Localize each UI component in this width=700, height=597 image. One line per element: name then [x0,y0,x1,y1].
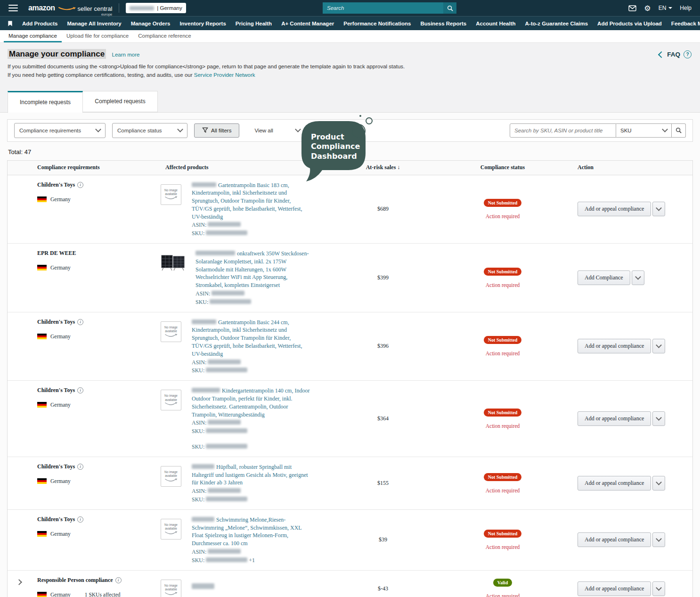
compliance-status-badge: Not Submitted [484,530,522,538]
sku-line: SKU: [192,427,310,435]
compliance-table: Compliance requirements Affected product… [7,160,693,597]
add-compliance-button[interactable]: Add Compliance [578,270,630,285]
product-title-link[interactable]: Gartentrampolin Basic 183 cm, Kindertram… [192,182,302,220]
chevron-down-icon [668,7,672,9]
chevron-down-icon [95,126,101,132]
nav-item-pricing-health[interactable]: Pricing Health [231,21,277,26]
filter-toolbar: Compliance requirements Compliance statu… [7,119,693,142]
requirement-name: Children's Toysi [37,516,158,523]
asin-line: ASIN: [192,221,310,229]
table-row-7: Responsible Person compliancei Germany 1… [8,571,692,597]
info-icon[interactable]: i [77,464,83,470]
view-all-dropdown[interactable]: View all [254,128,300,133]
action-required-note: Action required [486,282,520,288]
info-icon[interactable]: i [77,182,83,188]
nav-item-manage-orders[interactable]: Manage Orders [126,21,175,26]
nav-item-inventory-reports[interactable]: Inventory Reports [175,21,230,26]
product-title-link[interactable]: Schwimmring Melone,Riesen-Schwimmring „M… [192,516,301,547]
nav-item-performance-notifications[interactable]: Performance Notifications [339,21,415,26]
nav-item-manage-all-inventory[interactable]: Manage All Inventory [62,21,126,26]
action-dropdown-button[interactable] [652,339,665,353]
tab-completed-requests[interactable]: Completed requests [83,91,158,112]
hamburger-menu-icon[interactable] [8,5,18,11]
info-icon[interactable]: i [115,577,122,583]
table-row-4: Children's Toysi Germany No imageavailab… [8,381,692,457]
all-filters-button[interactable]: All filters [194,123,239,138]
country-label: Germany [50,196,71,202]
global-search-button[interactable] [443,2,456,14]
compliance-requirements-filter[interactable]: Compliance requirements [14,123,106,138]
germany-flag-icon [37,402,47,408]
info-icon[interactable]: i [77,516,83,523]
nav-item-feedback-manager[interactable]: Feedback Manager [667,21,700,26]
sku-line: SKU: +1 [192,556,310,564]
requirement-name: Children's Toysi [37,319,158,326]
action-dropdown-button[interactable] [652,581,665,596]
action-dropdown-button[interactable] [652,411,665,426]
collapse-faq-icon[interactable] [658,51,665,57]
table-search-button[interactable] [672,123,686,138]
compliance-status-badge: Not Submitted [484,268,522,276]
faq-help-icon[interactable]: ? [684,50,692,58]
add-or-appeal-compliance-button[interactable]: Add or appeal compliance [578,411,651,426]
nav-item-add-products-via-upload[interactable]: Add Products via Upload [593,21,667,26]
language-selector[interactable]: EN [659,5,673,11]
nav-item-add-products[interactable]: Add Products [17,21,62,26]
add-or-appeal-compliance-button[interactable]: Add or appeal compliance [578,581,651,596]
product-title-link[interactable]: Hüpfball, robuster Springball mit Halteg… [192,464,308,486]
nav-item-a-content-manager[interactable]: A+ Content Manager [277,21,339,26]
product-title-link[interactable]: Kindergartentrampolin 140 cm, Indoor Out… [192,387,309,417]
subnav-item-upload-file-for-compliance[interactable]: Upload file for compliance [62,30,133,42]
no-image-placeholder: No imageavailable [161,184,181,205]
action-dropdown-button[interactable] [652,532,665,547]
add-or-appeal-compliance-button[interactable]: Add or appeal compliance [578,532,651,547]
at-risk-sales-value: $689 [357,175,437,244]
nav-item-business-reports[interactable]: Business Reports [415,21,471,26]
add-or-appeal-compliance-button[interactable]: Add or appeal compliance [578,202,651,216]
account-switcher[interactable]: | Germany [126,3,186,13]
divider [119,3,119,13]
compliance-status-badge: Valid [493,579,512,587]
service-provider-network-link[interactable]: Service Provider Network [194,72,255,78]
col-header-at-risk-sales[interactable]: At-risk sales ↓ [357,164,437,171]
info-icon[interactable]: i [77,387,83,393]
action-dropdown-button[interactable] [632,270,644,285]
tab-incomplete-requests[interactable]: Incomplete requests [8,91,83,113]
col-header-compliance-requirements: Compliance requirements [30,164,158,171]
add-or-appeal-compliance-button[interactable]: Add or appeal compliance [578,339,651,353]
country-label: Germany [50,265,71,270]
action-dropdown-button[interactable] [652,476,665,491]
messages-icon[interactable] [628,5,636,11]
no-image-placeholder: No imageavailable [161,390,181,410]
table-search-input[interactable] [510,123,616,138]
subnav-item-compliance-reference[interactable]: Compliance reference [133,30,196,42]
nav-item-a-to-z-guarantee-claims[interactable]: A-to-z Guarantee Claims [521,21,593,26]
info-icon[interactable]: i [77,319,83,325]
compliance-status-filter[interactable]: Compliance status [112,123,187,138]
add-or-appeal-compliance-button[interactable]: Add or appeal compliance [578,476,651,491]
help-link[interactable]: Help [680,5,692,11]
action-required-note: Action required [486,213,520,219]
subnav-item-manage-compliance[interactable]: Manage compliance [4,30,62,42]
learn-more-link[interactable]: Learn more [112,52,140,57]
sku-line: SKU: [192,496,310,504]
product-title-link[interactable]: onkraftwerk 350W Steckdosen-Solaranlage … [195,250,309,288]
faq-label: FAQ [667,51,680,58]
seller-central-logo-text: seller central [78,5,113,12]
settings-gear-icon[interactable]: ⚙ [644,4,651,13]
table-row-6: Children's Toysi Germany No imageavailab… [8,510,692,571]
expand-row-icon[interactable] [16,579,22,585]
nav-item-account-health[interactable]: Account Health [471,21,520,26]
language-code: EN [659,5,667,11]
logo-region-label: europe [101,13,112,16]
global-search-input[interactable] [323,2,443,14]
more-skus-link[interactable]: +1 [249,557,255,564]
amazon-seller-central-logo[interactable]: amazon seller centraleurope [28,4,112,12]
bookmark-icon[interactable] [8,20,13,27]
chevron-down-icon [295,126,301,132]
search-type-select[interactable]: SKU [616,123,672,138]
col-header-compliance-status: Compliance status [437,164,568,171]
skus-affected-label: 1 SKUs affected [85,592,121,597]
product-title-link[interactable]: Gartentrampolin Basic 244 cm, Kindertram… [192,319,302,357]
action-dropdown-button[interactable] [652,202,665,216]
